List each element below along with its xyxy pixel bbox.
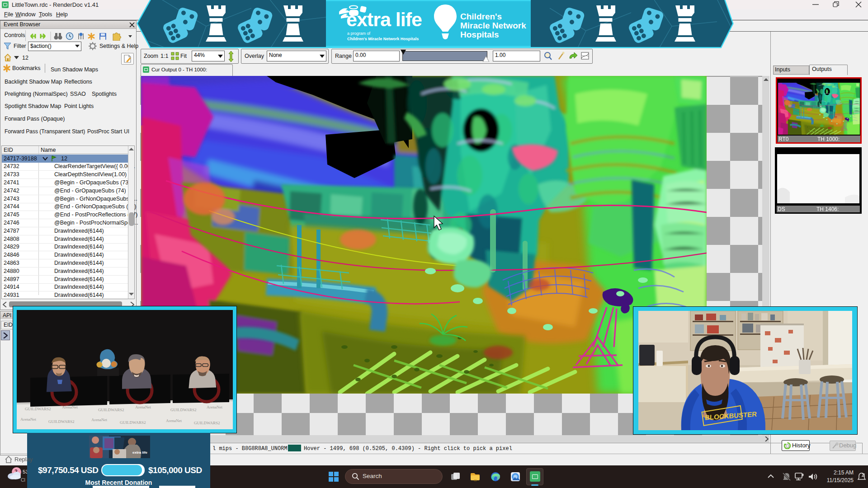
svg-text:Children's Miracle Network Hos: Children's Miracle Network Hospitals — [347, 37, 419, 41]
svg-text:GUILDWARS2: GUILDWARS2 — [120, 420, 146, 425]
svg-text:Miracle Network: Miracle Network — [460, 21, 526, 30]
svg-text:GUILDWARS2: GUILDWARS2 — [48, 419, 75, 424]
svg-text:ArenaNet: ArenaNet — [20, 417, 36, 422]
svg-text:ArenaNet: ArenaNet — [135, 405, 151, 409]
svg-text:GUILDWARS2: GUILDWARS2 — [25, 407, 51, 411]
svg-text:Children's: Children's — [460, 12, 502, 21]
svg-text:extra life: extra life — [132, 450, 147, 455]
svg-text:ArenaNet: ArenaNet — [91, 418, 107, 422]
svg-text:ArenaNet: ArenaNet — [166, 418, 182, 423]
svg-text:a program of: a program of — [347, 31, 371, 36]
svg-text:Hospitals: Hospitals — [460, 30, 499, 39]
svg-text:GUILDWARS2: GUILDWARS2 — [170, 408, 197, 412]
svg-text:GUILDWARS2: GUILDWARS2 — [98, 408, 124, 412]
svg-text:ArenaNet: ArenaNet — [207, 405, 222, 409]
svg-text:GUILDWARS2: GUILDWARS2 — [194, 421, 220, 425]
